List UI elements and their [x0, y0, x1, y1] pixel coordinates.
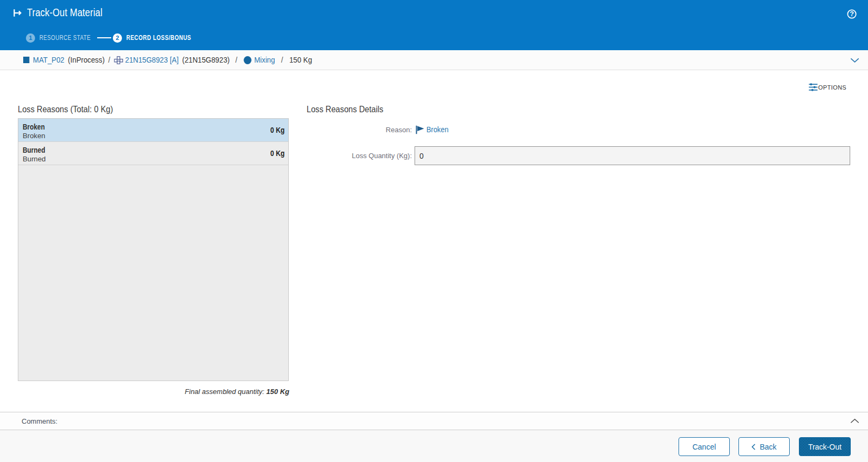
breadcrumb-material-link[interactable]: MAT_P02	[33, 56, 64, 64]
options-button[interactable]: OPTIONS	[809, 83, 846, 92]
loss-reasons-heading: Loss Reasons (Total: 0 Kg)	[18, 104, 113, 114]
help-icon[interactable]: ?	[847, 9, 857, 19]
reason-field-row: Reason: Broken	[307, 125, 850, 134]
step-2-circle: 2	[113, 33, 122, 43]
step-2-label: RECORD LOSS/BONUS	[126, 34, 180, 42]
reason-text: Broken	[426, 125, 449, 134]
loss-reasons-list: Broken Broken 0 Kg Burned Burned 0 Kg	[18, 118, 289, 381]
comments-chevron-up-icon[interactable]	[850, 417, 859, 426]
breadcrumb-step-link[interactable]: Mixing	[254, 56, 275, 64]
chevron-left-icon	[751, 444, 756, 450]
loss-reason-title: Burned	[23, 146, 45, 154]
breadcrumb-separator: /	[109, 56, 111, 64]
step-1-circle: 1	[26, 33, 35, 43]
reason-label: Reason:	[307, 126, 412, 134]
step-dot-icon	[243, 56, 251, 64]
loss-reason-title: Broken	[23, 123, 45, 131]
step-record-loss-bonus[interactable]: 2 RECORD LOSS/BONUS	[113, 33, 191, 43]
track-out-button[interactable]: Track-Out	[799, 437, 851, 456]
loss-reasons-details-heading: Loss Reasons Details	[307, 104, 383, 114]
loss-quantity-field-row: Loss Quantity (Kg):	[307, 146, 850, 165]
breadcrumb-separator: /	[235, 56, 238, 64]
product-flow-icon	[114, 56, 123, 64]
loss-reason-row-broken[interactable]: Broken Broken 0 Kg	[18, 119, 288, 142]
final-assembled-quantity: Final assembled quantity: 150 Kg	[18, 388, 289, 396]
reason-value: Broken	[415, 125, 450, 134]
comments-bar[interactable]: Comments:	[0, 412, 868, 430]
breadcrumb-product-alt: (21N15G8923)	[182, 56, 229, 64]
final-quantity-label: Final assembled quantity:	[185, 388, 264, 396]
breadcrumb-material-state: (InProcess)	[68, 56, 105, 64]
cancel-label: Cancel	[693, 443, 716, 451]
step-1-label: RESOURCE STATE	[39, 34, 81, 42]
breadcrumb-quantity: 150 Kg	[289, 56, 312, 64]
title-bar: Track-Out Material ?	[0, 0, 868, 25]
back-button[interactable]: Back	[738, 437, 790, 456]
back-label: Back	[760, 443, 776, 451]
final-quantity-value: 150 Kg	[266, 388, 289, 396]
loss-reason-subtitle: Broken	[23, 132, 48, 140]
step-connector	[97, 37, 111, 38]
step-resource-state[interactable]: 1 RESOURCE STATE	[26, 33, 91, 43]
wizard-steps: 1 RESOURCE STATE 2 RECORD LOSS/BONUS	[0, 25, 868, 50]
svg-text:?: ?	[850, 10, 854, 18]
loss-quantity-input[interactable]	[415, 146, 850, 165]
cancel-button[interactable]: Cancel	[679, 437, 730, 456]
loss-reason-subtitle: Burned	[23, 155, 49, 163]
track-out-label: Track-Out	[808, 443, 842, 451]
footer-bar: Cancel Back Track-Out	[0, 430, 868, 462]
breadcrumb-chevron-down-icon[interactable]	[850, 56, 859, 65]
loss-reason-row-burned[interactable]: Burned Burned 0 Kg	[18, 142, 288, 165]
breadcrumb-product-link[interactable]: 21N15G8923 [A]	[125, 56, 179, 64]
loss-quantity-label: Loss Quantity (Kg):	[307, 152, 412, 160]
track-out-icon	[13, 9, 22, 17]
breadcrumb-separator: /	[281, 56, 283, 64]
flag-icon	[415, 125, 424, 134]
options-sliders-icon	[809, 83, 818, 92]
page-title: Track-Out Material	[27, 6, 103, 19]
material-square-icon	[23, 57, 29, 63]
breadcrumb-track: MAT_P02 (InProcess) / 21N15G8923 [A] (21…	[23, 56, 312, 64]
comments-label: Comments:	[22, 417, 57, 425]
breadcrumb: MAT_P02 (InProcess) / 21N15G8923 [A] (21…	[0, 50, 868, 70]
loss-reason-quantity: 0 Kg	[270, 149, 284, 158]
options-label: OPTIONS	[818, 84, 846, 91]
loss-reason-quantity: 0 Kg	[270, 126, 284, 134]
